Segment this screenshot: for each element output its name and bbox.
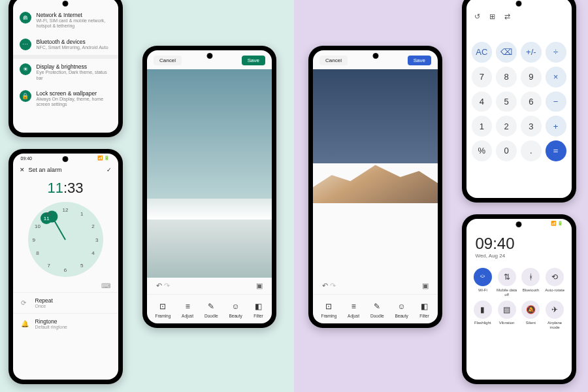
- settings-row-bluetooth[interactable]: ⋯ Bluetooth & devicesNFC, Smart Mirrorin…: [13, 34, 118, 55]
- cancel-button[interactable]: Cancel: [154, 56, 182, 65]
- undo-icon[interactable]: ↶: [156, 282, 162, 289]
- key-plus[interactable]: +: [546, 116, 566, 137]
- qs-vibration[interactable]: ▤Vibration: [495, 301, 518, 329]
- tool-filter[interactable]: ◧Filter: [419, 301, 430, 318]
- data-icon: ⇅: [498, 268, 516, 286]
- tool-adjust[interactable]: ≡Adjust: [348, 301, 359, 318]
- tool-doodle[interactable]: ✎Doodle: [370, 301, 384, 318]
- tool-adjust[interactable]: ≡Adjust: [182, 301, 193, 318]
- redo-icon[interactable]: ↷: [164, 282, 170, 289]
- tool-beauty[interactable]: ☺Beauty: [395, 301, 408, 318]
- vibration-icon: ▤: [498, 301, 516, 319]
- qs-autorotate[interactable]: ⟲Auto-rotate: [544, 268, 566, 297]
- face-icon: ☺: [397, 301, 407, 312]
- front-camera: [517, 222, 521, 227]
- clock-face[interactable]: 11 12 1 2 3 4 5 6 7 8 9 10 11: [28, 202, 103, 277]
- history-icon[interactable]: ↺: [474, 12, 480, 21]
- rotate-icon: ⟲: [546, 268, 564, 286]
- key-multiply[interactable]: ×: [546, 67, 566, 88]
- status-icons: 📶 🔋: [97, 155, 110, 161]
- qs-airplane[interactable]: ✈Airplane mode: [544, 301, 566, 329]
- qs-bluetooth[interactable]: ᚼBluetooth: [519, 268, 542, 297]
- redo-icon[interactable]: ↷: [330, 282, 336, 289]
- row-title: Lock screen & wallpaper: [37, 90, 112, 97]
- qs-mobiledata[interactable]: ⇅Mobile data off: [495, 268, 518, 297]
- key-9[interactable]: 9: [521, 67, 542, 88]
- convert-icon[interactable]: ⇄: [504, 12, 510, 21]
- key-divide[interactable]: ÷: [546, 42, 566, 63]
- row-title: Network & Internet: [37, 12, 112, 18]
- key-2[interactable]: 2: [496, 116, 517, 137]
- key-0[interactable]: 0: [496, 140, 517, 161]
- wifi-icon: ⌔: [474, 268, 492, 286]
- right-panel: Cancel Save ↶ ↷ ▣ ⊡Framing ≡Adjust ✎Dood…: [294, 0, 588, 392]
- crop-icon: ⊡: [157, 301, 168, 312]
- repeat-icon: ⟳: [21, 299, 30, 306]
- option-ringtone[interactable]: 🔔RingtoneDefault ringtone: [13, 313, 118, 334]
- key-equals[interactable]: =: [546, 140, 566, 161]
- row-title: Display & brightness: [37, 63, 112, 70]
- wifi-icon: ⋒: [20, 12, 31, 24]
- front-camera: [373, 54, 378, 58]
- settings-row-lockscreen[interactable]: 🔒 Lock screen & wallpaperAlways On Displ…: [13, 86, 118, 112]
- key-6[interactable]: 6: [521, 91, 542, 112]
- qs-flashlight[interactable]: ▮Flashlight: [472, 301, 495, 329]
- key-ac[interactable]: AC: [472, 42, 493, 63]
- status-time: 09:40: [21, 156, 33, 161]
- compare-icon[interactable]: ▣: [256, 282, 263, 290]
- filter-icon: ◧: [419, 301, 430, 312]
- phone-alarm: 09:40📶 🔋 ✕Set an alarm ✓ 11:33 11 12 1 2…: [8, 149, 123, 384]
- tool-filter[interactable]: ◧Filter: [253, 301, 264, 318]
- settings-row-display[interactable]: ☀ Display & brightnessEye Protection, Da…: [13, 59, 118, 86]
- image-preview-lake[interactable]: [147, 69, 272, 278]
- phone-quicksettings: 📶 🔋 09:40 Wed, Aug 24 ⌔Wi-Fi ⇅Mobile dat…: [462, 214, 576, 384]
- row-sub: Wi-Fi, SIM card & mobile network, hotspo…: [37, 18, 112, 29]
- save-button[interactable]: Save: [408, 56, 431, 65]
- confirm-icon[interactable]: ✓: [106, 167, 112, 173]
- key-backspace[interactable]: ⌫: [496, 42, 517, 63]
- key-dot[interactable]: .: [521, 140, 542, 161]
- key-minus[interactable]: −: [546, 91, 566, 112]
- flashlight-icon: ▮: [474, 301, 492, 319]
- calculator-keypad: AC ⌫ +/- ÷ 7 8 9 × 4 5 6 − 1 2 3: [466, 37, 572, 198]
- tool-doodle[interactable]: ✎Doodle: [204, 301, 218, 318]
- filter-icon: ◧: [253, 301, 264, 312]
- pencil-icon: ✎: [206, 301, 216, 312]
- key-4[interactable]: 4: [472, 91, 493, 112]
- key-7[interactable]: 7: [472, 67, 493, 88]
- grid-icon[interactable]: ⊞: [489, 12, 495, 21]
- key-8[interactable]: 8: [496, 67, 517, 88]
- lock-icon: 🔒: [20, 90, 31, 102]
- hour-hand[interactable]: [52, 216, 66, 240]
- qs-silent[interactable]: 🔕Silent: [519, 301, 542, 329]
- key-sign[interactable]: +/-: [521, 42, 542, 63]
- phone-settings: ⋒ Network & InternetWi-Fi, SIM card & mo…: [8, 0, 123, 137]
- save-button[interactable]: Save: [242, 56, 265, 65]
- alarm-time[interactable]: 11:33: [13, 180, 118, 197]
- compare-icon[interactable]: ▣: [422, 282, 429, 290]
- settings-row-network[interactable]: ⋒ Network & InternetWi-Fi, SIM card & mo…: [13, 7, 118, 34]
- front-camera: [63, 157, 68, 161]
- key-1[interactable]: 1: [472, 116, 493, 137]
- bluetooth-icon: ᚼ: [521, 268, 540, 286]
- option-repeat[interactable]: ⟳RepeatOnce: [13, 292, 118, 313]
- tool-beauty[interactable]: ☺Beauty: [229, 301, 242, 318]
- undo-icon[interactable]: ↶: [322, 282, 328, 289]
- tool-framing[interactable]: ⊡Framing: [155, 301, 171, 318]
- devices-icon: ⋯: [20, 39, 31, 50]
- face-icon: ☺: [231, 301, 241, 312]
- front-camera: [63, 1, 68, 6]
- row-sub: Always On Display, theme, home screen se…: [37, 97, 112, 108]
- key-5[interactable]: 5: [496, 91, 517, 112]
- qs-wifi[interactable]: ⌔Wi-Fi: [472, 268, 495, 297]
- keyboard-icon[interactable]: ⌨: [13, 282, 118, 292]
- image-preview-mountain[interactable]: [313, 69, 438, 278]
- close-icon[interactable]: ✕: [20, 167, 25, 173]
- key-3[interactable]: 3: [521, 116, 542, 137]
- sliders-icon: ≡: [348, 301, 359, 312]
- key-percent[interactable]: %: [472, 140, 493, 161]
- silent-icon: 🔕: [521, 301, 540, 319]
- cancel-button[interactable]: Cancel: [319, 56, 348, 65]
- crop-icon: ⊡: [323, 301, 334, 312]
- tool-framing[interactable]: ⊡Framing: [321, 301, 336, 318]
